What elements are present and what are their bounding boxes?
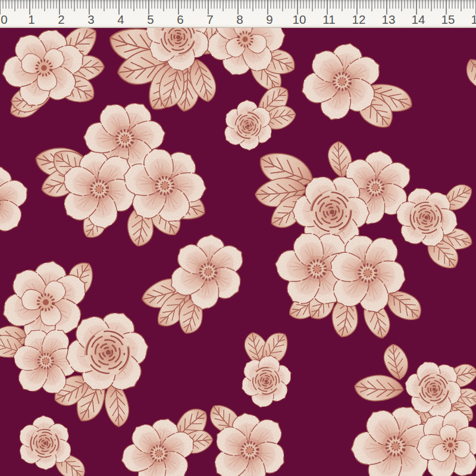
svg-text:15: 15 <box>441 12 455 26</box>
svg-text:1: 1 <box>28 12 35 26</box>
svg-text:14: 14 <box>412 12 425 26</box>
svg-text:16: 16 <box>471 12 476 26</box>
svg-text:10: 10 <box>293 12 306 26</box>
svg-text:11: 11 <box>322 12 335 26</box>
svg-text:6: 6 <box>177 12 183 26</box>
svg-text:7: 7 <box>206 12 213 26</box>
svg-text:2: 2 <box>58 12 64 26</box>
svg-text:8: 8 <box>236 12 243 26</box>
svg-text:9: 9 <box>266 12 273 26</box>
svg-text:4: 4 <box>117 12 124 26</box>
svg-text:5: 5 <box>147 12 154 26</box>
svg-text:12: 12 <box>352 12 366 26</box>
svg-text:0: 0 <box>1 12 7 26</box>
svg-text:3: 3 <box>87 12 94 26</box>
svg-text:13: 13 <box>382 12 396 26</box>
